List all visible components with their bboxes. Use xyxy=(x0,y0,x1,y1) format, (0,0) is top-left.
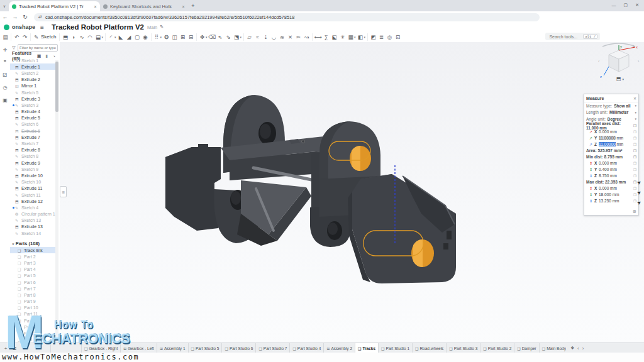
loft-icon[interactable]: ◠ xyxy=(86,33,94,41)
part-item[interactable]: ❑Part 9 xyxy=(10,299,55,305)
doc-tab-part-studio-5[interactable]: ❑Part Studio 5 xyxy=(189,343,223,353)
part-item[interactable]: ❑Part 4 xyxy=(10,266,55,273)
model-left-block[interactable] xyxy=(165,144,223,231)
chevron-down-icon[interactable]: ▾ xyxy=(240,35,242,39)
feature-item[interactable]: ◫Mirror 1 xyxy=(10,83,55,89)
copy-value-icon[interactable]: ❐ xyxy=(633,168,636,172)
part-item[interactable]: ❑Part 12 xyxy=(10,317,55,324)
maximize-button[interactable]: ▢ xyxy=(624,3,628,8)
doc-tab-tracks[interactable]: ❑Tracks xyxy=(355,343,379,353)
feature-item[interactable]: ✎Sketch 8 xyxy=(10,153,55,160)
mirror-icon[interactable]: ◫ xyxy=(170,33,179,41)
hole-icon[interactable]: ◉ xyxy=(142,33,150,41)
feature-item[interactable]: ⬒Extrude 9 xyxy=(10,160,55,166)
feature-item[interactable]: ✎Sketch 11 xyxy=(10,192,55,198)
zoom-fit-icon[interactable]: ⊡ xyxy=(394,33,402,41)
sweep-icon[interactable]: ∿ xyxy=(77,33,86,41)
close-icon[interactable]: ✕ xyxy=(633,96,636,101)
comments-icon[interactable]: ❞ xyxy=(0,57,10,67)
document-menu-icon[interactable]: ≡ xyxy=(38,24,47,31)
versions-icon[interactable]: ◷ xyxy=(0,82,10,92)
copy-value-icon[interactable]: ❐ xyxy=(633,149,636,153)
panel-icon[interactable]: ▣ xyxy=(0,95,10,105)
doc-tab-assembly-1[interactable]: ⊞Assembly 1 xyxy=(157,343,189,353)
doc-tab-road-wheels[interactable]: ❑Road-wheels xyxy=(413,343,447,353)
chevron-down-icon[interactable]: ▾ xyxy=(160,35,162,39)
section-view-icon[interactable]: ⬕ xyxy=(330,33,338,41)
copy-value-icon[interactable]: ❐ xyxy=(633,174,636,178)
feature-item[interactable]: ✎Sketch 5 xyxy=(10,89,55,96)
chevron-down-icon[interactable]: ▾ xyxy=(206,35,208,39)
back-icon[interactable]: ← xyxy=(0,14,10,20)
feature-item[interactable]: ✎Sketch 14 xyxy=(10,230,55,236)
selection-tools-icon[interactable]: ✛ xyxy=(0,45,10,55)
part-item[interactable]: ❑Part 8 xyxy=(10,292,55,298)
measure-icon[interactable]: ⟷ xyxy=(314,33,322,41)
feature-item[interactable]: ⬒Extrude 4 xyxy=(10,109,55,115)
url-field[interactable]: ⇄ cad.onshape.com/documents/f3850c0813df… xyxy=(34,13,540,21)
tab-list-icon[interactable]: ≣ xyxy=(11,346,18,351)
exploded-view-icon[interactable]: ✳ xyxy=(338,33,347,41)
feature-item[interactable]: ⬒Extrude 12 xyxy=(10,198,55,204)
feature-item[interactable]: ✎Sketch 7 xyxy=(10,140,55,146)
filter-icon[interactable]: ▽ xyxy=(10,45,18,50)
browser-tab-active[interactable]: Tracked Robot Platform V2 | Tr ✕ xyxy=(9,1,100,11)
scrollbar-thumb[interactable] xyxy=(55,62,58,112)
split-icon[interactable]: ⊟ xyxy=(187,33,195,41)
extend-curve-icon[interactable]: ↝ xyxy=(303,33,311,41)
parts-header[interactable]: ∨ Parts (108) xyxy=(10,240,57,247)
search-tools[interactable]: alt / xyxy=(545,33,600,40)
next-tabs-icon[interactable]: › xyxy=(582,346,584,351)
part-item[interactable]: ❑Part 7 xyxy=(10,285,55,292)
composite-curve-icon[interactable]: ≋ xyxy=(278,33,286,41)
browser-tab-inactive[interactable]: Keyboard Shortcuts and Hotk ✕ xyxy=(100,1,188,11)
close-button[interactable]: ✕ xyxy=(635,3,639,8)
view-options-button[interactable]: ⬒ ▾ xyxy=(616,76,624,82)
feature-item[interactable]: ✎Sketch 6 xyxy=(10,121,55,128)
doc-tab-part-studio-2[interactable]: ❑Part Studio 2 xyxy=(480,343,514,353)
minimize-button[interactable]: — xyxy=(612,3,616,8)
part-item[interactable]: ❑Part 15 xyxy=(10,337,55,343)
sketch-icon[interactable]: ✎ xyxy=(32,33,40,41)
configurations-icon[interactable]: ⚂ xyxy=(0,70,10,80)
mass-properties-icon[interactable]: ∑ xyxy=(322,33,330,41)
doc-tab-damper[interactable]: ❑Damper xyxy=(514,343,540,353)
tab-manager-icon[interactable]: ❖ xyxy=(570,346,574,351)
sheet-metal-icon[interactable]: ◩ xyxy=(369,33,377,41)
close-tab-icon[interactable]: ✕ xyxy=(182,4,185,9)
doc-tab-part-studio-1[interactable]: ❑Part Studio 1 xyxy=(379,343,413,353)
doc-tab-main-body[interactable]: ❑Main Body xyxy=(540,343,566,353)
doc-tab-part-studio-3[interactable]: ❑Part Studio 3 xyxy=(447,343,480,353)
feature-item[interactable]: ⬒Extrude 5 xyxy=(10,115,55,121)
rename-icon[interactable]: ✎ xyxy=(160,25,164,30)
isolate-icon[interactable]: ◎ xyxy=(386,33,394,41)
measure-dropdown[interactable]: Measure type:Show all▾ xyxy=(584,102,638,109)
site-settings-icon[interactable]: ⇄ xyxy=(38,14,42,19)
copy-value-icon[interactable]: ❐ xyxy=(633,143,636,146)
part-item[interactable]: ❑Part 11 xyxy=(10,311,55,317)
view-cube[interactable]: ‹ › x y z xyxy=(596,43,641,79)
shell-icon[interactable]: ▢ xyxy=(133,33,142,41)
vertex-point[interactable] xyxy=(302,140,305,143)
add-tab-icon[interactable]: + xyxy=(3,346,9,351)
close-tab-icon[interactable]: ✕ xyxy=(94,4,97,9)
panel-resize-handle[interactable]: ≣ xyxy=(60,186,67,197)
feature-item[interactable]: ⬒Extrude 8 xyxy=(10,147,55,153)
move-face-icon[interactable]: ⇖ xyxy=(216,33,225,41)
copy-value-icon[interactable]: ❐ xyxy=(633,193,636,197)
copy-value-icon[interactable]: ❐ xyxy=(633,124,636,128)
trim-curve-icon[interactable]: ✂ xyxy=(294,33,303,41)
revolve-icon[interactable]: ◗ xyxy=(69,33,77,41)
gear-icon[interactable]: ⚙ xyxy=(633,209,636,214)
redo-icon[interactable]: ↷ xyxy=(21,33,29,41)
copy-value-icon[interactable]: ❐ xyxy=(633,136,636,140)
plane-icon[interactable]: ▱ xyxy=(245,33,253,41)
obscured-tab[interactable] xyxy=(20,343,51,353)
bridging-curve-icon[interactable]: ◡ xyxy=(270,33,278,41)
feature-item[interactable]: ✎Sketch 2 xyxy=(10,70,55,76)
undo-icon[interactable]: ↶ xyxy=(13,33,21,41)
copy-value-icon[interactable]: ❐ xyxy=(633,187,636,190)
feature-item[interactable]: ⬒Extrude 13 xyxy=(10,224,55,230)
doc-tab-part-studio-7[interactable]: ❑Part Studio 7 xyxy=(256,343,290,353)
feature-item[interactable]: ⬒Extrude 10 xyxy=(10,172,55,178)
